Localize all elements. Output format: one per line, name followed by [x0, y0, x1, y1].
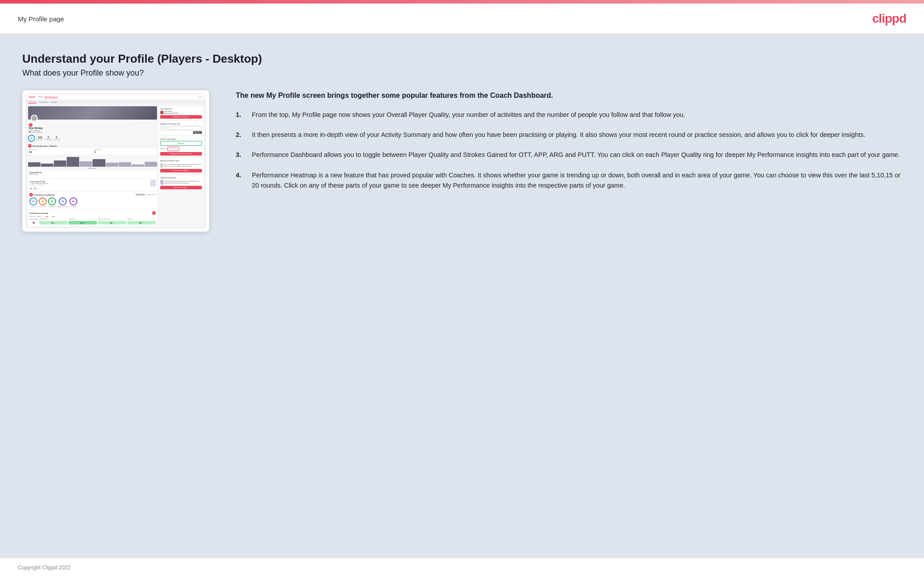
drill-label: Record a Practice Drill	[160, 160, 202, 162]
heatmap-header: Performance Heatmap 4	[29, 211, 156, 215]
header: My Profile page clippd	[0, 4, 924, 34]
mockup-activity-header: 2 Activity Summary - 6 Months	[28, 143, 157, 148]
mockup-drill-card: Record a Practice Drill Be one of the Cl…	[159, 158, 203, 174]
list-item-4: 4.Performance Heatmap is a new feature t…	[236, 170, 902, 191]
mockup-sub-nav: My Profile Connections Settings	[26, 100, 205, 104]
list-item-2: 2.It then presents a more in-depth view …	[236, 130, 902, 140]
lesson-meta: 01h 30 mins · 1 image	[29, 184, 49, 186]
mockup-nav-icons: ⊕ ⊙ ⊛	[198, 96, 203, 98]
bar-7	[106, 163, 118, 167]
perf-overall: 92 Overall	[29, 197, 37, 208]
connect-label: Connect your data	[160, 138, 202, 140]
trackman-label: Upload a Trackman Test	[160, 123, 202, 125]
bar-3	[54, 160, 66, 167]
mockup-sub-connections: Connections	[39, 101, 48, 104]
arccos-row: ● Arccos Disconnect	[160, 147, 202, 151]
badge-3: 3	[29, 193, 33, 196]
community-label: Clippd Community	[160, 176, 202, 179]
mockup-location: 🏴 United Kingdom	[29, 132, 157, 133]
list-text-2: It then presents a more in-depth view of…	[252, 130, 865, 140]
community-row: Visit the Clippd Community and discover …	[160, 180, 202, 185]
heatmap-row-labels: Player Quality Off the Tee Approach Arou…	[29, 218, 156, 220]
activity-on-course: On Course 24	[28, 148, 92, 154]
heatmap-val-putt: 96 ↓↓	[127, 221, 156, 224]
player-quality-btn: Player Quality	[135, 193, 146, 196]
list-number-3: 3.	[236, 150, 246, 160]
manage-coaches-btn[interactable]: Manage Your Coaches	[160, 115, 202, 119]
strokes-gained-btn: Strokes gained	[147, 194, 156, 196]
launch-app-btn[interactable]: Launch Capture App 🎯	[160, 169, 202, 172]
heatmap-label: Performance Heatmap	[29, 212, 48, 214]
heatmap-col-ott: Off the Tee	[40, 218, 69, 220]
mockup-coach-card: Your Coaches Dan Davies Axminster Golf C…	[159, 106, 203, 120]
launch-community-btn[interactable]: Launch Community 🏌️	[160, 186, 202, 189]
mockup-heatmap: Performance Heatmap 4 5 Round Change: ▬▬…	[28, 210, 157, 226]
mockup-stat-followers: 3 Followers	[45, 136, 52, 140]
lesson-coach: ... I am finding the grip and...	[29, 183, 49, 184]
heatmap-val-ott: 90 ↓↓	[39, 221, 68, 224]
mockup-bar-chart	[28, 156, 157, 167]
manage-data-btn[interactable]: Manage Your Data Integrations	[160, 152, 202, 156]
main-content: Understand your Profile (Players - Deskt…	[0, 34, 924, 558]
lesson-image	[150, 180, 156, 187]
bar-6	[93, 159, 105, 167]
mockup-activity-title: Activity Summary - 6 Months	[32, 145, 57, 147]
mockup-nav-home: Home	[39, 96, 44, 98]
perf-circle-overall: 92	[29, 197, 37, 205]
bar-2	[41, 164, 53, 167]
arccos-box: Arccos	[160, 141, 202, 146]
arccos-disconnect-btn[interactable]: Disconnect	[167, 147, 179, 151]
mockup-nav-links: Home My Performance	[39, 96, 58, 98]
top-bar	[0, 0, 924, 4]
heatmap-col-app: Approach	[69, 218, 98, 220]
trackman-input[interactable]: Trackman Link	[160, 126, 202, 130]
drill-row: Be one of the Clippd Capture app users w…	[160, 163, 202, 168]
mockup-activity-oncourse: On Course 24 Off Course 3	[28, 148, 157, 154]
heatmap-val-arg: 96 ↓↓	[98, 221, 126, 224]
drill-description: Be one of the Clippd Capture app users w…	[164, 164, 202, 167]
logo: clippd	[872, 12, 906, 26]
heatmap-col-player-quality: Player Quality	[29, 218, 39, 220]
heatmap-col-putt: Putting	[128, 218, 156, 220]
mockup-avatar	[31, 115, 38, 122]
heatmap-row-values: 92 90 ↓↓ 85 ↓↓ 96 ↓↓ 96 ↓↓	[29, 221, 156, 224]
list-item-3: 3.Performance Dashboard allows you to to…	[236, 150, 902, 160]
mockup-perf-dashboard: 3 Performance Dashboard Player Quality S…	[28, 192, 157, 209]
list-number-4: 4.	[236, 170, 246, 191]
list-number-1: 1.	[236, 110, 246, 120]
badge-2: 2	[28, 144, 32, 148]
coach-row: Dan Davies Axminster Golf Club	[160, 111, 202, 114]
mockup-perf-circles: 92 Overall 90 Off the Tee 85 Approach	[29, 197, 156, 208]
mockup-logo: clippd	[28, 96, 35, 98]
lesson-row: Lesson with Fonty ... I am finding the g…	[29, 180, 156, 187]
mockup-body: 1 Blair McHarg Plus Handicap 🏴 United Ki…	[26, 104, 205, 228]
heatmap-col-arg: Around the Green	[98, 218, 127, 220]
perf-ott: 90 Off the Tee	[39, 197, 47, 208]
list-text-3: Performance Dashboard allows you to togg…	[252, 150, 900, 160]
mockup-connect-card: Connect your data Arccos ● Arccos Discon…	[159, 136, 203, 157]
description-list: 1.From the top, My Profile page now show…	[236, 110, 902, 191]
activity-off-course: Off Course 3	[93, 148, 157, 154]
mockup-trackman-card: Upload a Trackman Test Trackman Link Add…	[159, 121, 203, 135]
bar-1	[28, 162, 40, 167]
perf-dashboard-header: 3 Performance Dashboard Player Quality S…	[29, 193, 156, 196]
latest-activity-date: ...	[29, 175, 156, 177]
perf-circle-ott: 90	[39, 197, 47, 205]
mockup-chart-all-btn: All Activities	[28, 168, 157, 169]
screenshot-container: clippd Home My Performance ⊕ ⊙ ⊛ My Prof…	[22, 90, 209, 232]
list-number-2: 2.	[236, 130, 246, 140]
mockup-sub-settings: Settings	[51, 101, 57, 104]
lesson-tags: att att	[29, 187, 156, 190]
list-text-4: Performance Heatmap is a new feature tha…	[252, 170, 902, 191]
description-intro: The new My Profile screen brings togethe…	[236, 90, 902, 101]
copyright: Copyright Clippd 2022	[18, 565, 71, 571]
mockup-community-card: Clippd Community Visit the Clippd Commun…	[159, 175, 203, 191]
footer: Copyright Clippd 2022	[0, 558, 924, 577]
page-heading: Understand your Profile (Players - Deskt…	[22, 52, 902, 66]
perf-arg: 86 Around the Green	[57, 197, 68, 208]
bar-10	[145, 162, 157, 167]
trackman-add-btn[interactable]: Add Link	[193, 131, 202, 134]
bar-4	[67, 157, 79, 167]
page-subheading: What does your Profile show you?	[22, 68, 902, 78]
community-description: Visit the Clippd Community and discover …	[165, 180, 202, 184]
